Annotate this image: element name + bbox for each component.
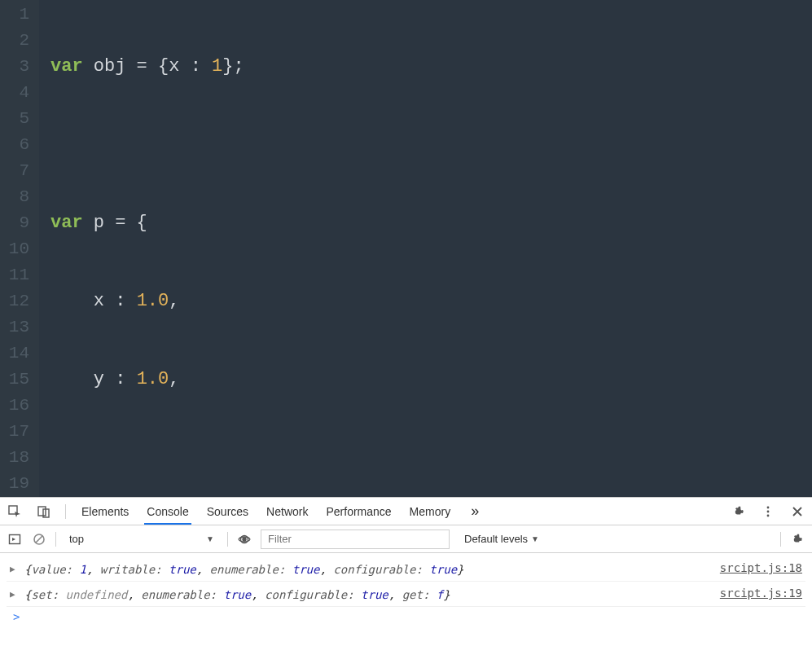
- tab-memory[interactable]: Memory: [407, 499, 454, 525]
- tab-network[interactable]: Network: [264, 499, 310, 525]
- tab-elements[interactable]: Elements: [79, 499, 131, 525]
- inspect-element-icon[interactable]: [7, 503, 23, 520]
- code-text-area[interactable]: var obj = {x : 1}; var p = { x : 1.0, y …: [39, 0, 799, 497]
- toggle-sidebar-icon[interactable]: [7, 531, 23, 547]
- svg-rect-1: [38, 507, 46, 516]
- tab-performance[interactable]: Performance: [323, 499, 393, 525]
- tab-console[interactable]: Console: [144, 499, 191, 525]
- settings-icon[interactable]: [731, 503, 747, 520]
- execution-context-select[interactable]: top ▼: [64, 533, 219, 545]
- log-object: {set: undefined, enumerable: true, confi…: [24, 585, 450, 604]
- console-settings-icon[interactable]: [789, 531, 805, 547]
- separator: [55, 532, 56, 547]
- clear-console-icon[interactable]: [31, 531, 47, 547]
- expand-caret-icon[interactable]: ▶: [10, 585, 20, 604]
- console-toolbar: top ▼ Default levels ▼: [0, 525, 812, 553]
- svg-point-9: [243, 538, 246, 541]
- expand-caret-icon[interactable]: ▶: [10, 560, 20, 579]
- log-entry[interactable]: ▶ {set: undefined, enumerable: true, con…: [7, 582, 805, 607]
- dropdown-caret-icon: ▼: [531, 534, 539, 543]
- kebab-menu-icon[interactable]: [760, 503, 776, 520]
- levels-label: Default levels: [464, 533, 528, 545]
- log-object: {value: 1, writable: true, enumerable: t…: [24, 560, 464, 579]
- source-link[interactable]: srcipt.js:19: [720, 583, 802, 603]
- devtools-tabbar: Elements Console Sources Network Perform…: [0, 498, 812, 525]
- separator: [780, 532, 781, 547]
- separator: [227, 532, 228, 547]
- line-number-gutter: 1 2 3 4 5 6 7 8 9 10 11 12 13 14 15 16 1…: [0, 0, 39, 497]
- log-levels-select[interactable]: Default levels ▼: [458, 533, 546, 545]
- context-label: top: [69, 533, 84, 545]
- filter-input[interactable]: [261, 530, 450, 549]
- tabs-overflow-button[interactable]: »: [466, 503, 484, 520]
- console-output: ▶ {value: 1, writable: true, enumerable:…: [0, 553, 812, 630]
- close-icon[interactable]: [789, 503, 805, 520]
- separator: [65, 504, 66, 519]
- code-editor[interactable]: 1 2 3 4 5 6 7 8 9 10 11 12 13 14 15 16 1…: [0, 0, 812, 497]
- toggle-device-icon[interactable]: [36, 503, 52, 520]
- svg-point-3: [767, 506, 770, 508]
- tab-sources[interactable]: Sources: [204, 499, 251, 525]
- svg-point-5: [767, 514, 770, 516]
- source-link[interactable]: srcipt.js:18: [720, 558, 802, 578]
- devtools-panel: Elements Console Sources Network Perform…: [0, 497, 812, 646]
- console-prompt[interactable]: >: [7, 607, 805, 626]
- svg-point-4: [767, 510, 770, 512]
- live-expression-icon[interactable]: [236, 531, 252, 547]
- dropdown-caret-icon: ▼: [206, 534, 214, 543]
- log-entry[interactable]: ▶ {value: 1, writable: true, enumerable:…: [7, 556, 805, 582]
